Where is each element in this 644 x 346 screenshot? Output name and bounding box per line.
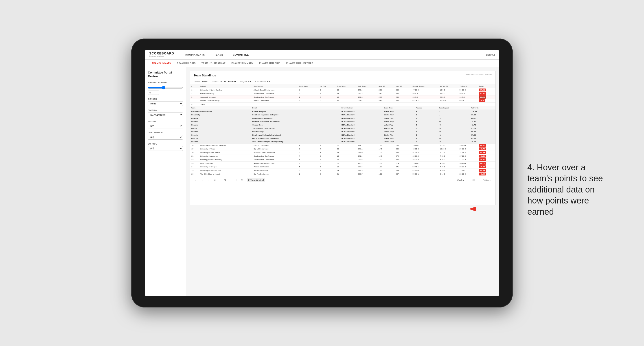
school-label: School (148, 143, 183, 145)
copy-button[interactable]: ⧉ (223, 178, 227, 182)
sidebar-header: Committee Portal Review (148, 71, 183, 78)
tablet-device: SCOREBOARD Powered by clippd TOURNAMENTS… (131, 38, 513, 308)
filter-region: Region: All (240, 80, 251, 83)
tab-player-h2h-grid[interactable]: PLAYER H2H GRID (256, 61, 283, 66)
sidebar: Committee Portal Review Minimum Rounds G… (145, 67, 186, 296)
table-row: 5 Texas T... (190, 103, 496, 106)
table-row: 20 University of New Mexico Mountain Wes… (190, 151, 496, 154)
conference-label: Conference (148, 132, 183, 134)
gender-select[interactable]: Men's Women's (148, 101, 183, 106)
points-cell[interactable]: 48.71 (479, 162, 486, 165)
report-title: Team Standings (194, 74, 216, 77)
sub-nav: TEAM SUMMARY TEAM H2H GRID TEAM H2H HEAT… (145, 60, 499, 67)
table-row: 2 Auburn University Southeastern Confere… (190, 92, 496, 95)
undo-button[interactable]: ↩ (194, 178, 198, 182)
table-row: 18 University of California, Berkeley Pa… (190, 144, 496, 147)
points-cell[interactable]: 79.5 (479, 99, 485, 102)
view-original-button[interactable]: 👁 View: Original (246, 178, 265, 182)
hover-row: Univers Williams Cup NCAA Division I Str… (190, 130, 496, 133)
points-cell[interactable]: 48.41 (479, 158, 486, 161)
nav-tournaments[interactable]: TOURNAMENTS (183, 52, 206, 57)
points-cell[interactable]: 48.54 (479, 165, 486, 168)
sign-out-button[interactable]: Sign out (486, 53, 495, 56)
school-select[interactable]: (All) (148, 146, 183, 151)
report-update: Update time: 13/03/2024 10:03:42 (465, 74, 492, 76)
min-rounds-label: Minimum Rounds (148, 82, 183, 84)
points-cell[interactable]: 48.89 (479, 169, 486, 172)
hover-row: University Southern Highlands Collegiate… (190, 113, 496, 117)
col-bnds: Bnds Wins (336, 84, 357, 88)
refresh-button[interactable]: ⟳ (213, 178, 217, 182)
col-no-tour: No Tour (319, 84, 336, 88)
app-logo-sub: Powered by clippd (149, 55, 174, 57)
min-rounds-input[interactable] (148, 91, 159, 95)
tab-player-h2h-heatmap[interactable]: PLAYER H2H HEATMAP (284, 61, 316, 66)
col-conference: Conference (252, 84, 298, 88)
watch-button[interactable]: Watch ▾ (456, 178, 466, 182)
main-content: Committee Portal Review Minimum Rounds G… (145, 67, 499, 296)
table-row: 25 University of North Florida ASUN Conf… (190, 169, 496, 172)
table-row: 24 University of Oregon Pac-12 Conferenc… (190, 165, 496, 169)
points-cell[interactable]: 48.49 (479, 155, 486, 158)
table-row: 1 University of North Carolina Atlantic … (190, 88, 496, 92)
region-select[interactable]: N/A (148, 124, 183, 128)
points-cell[interactable]: 48.94 (479, 173, 486, 175)
col-rank: # (190, 84, 199, 88)
table-row: 22 Mississippi State University Southeas… (190, 158, 496, 162)
report-filters: Gender: Men's Division: NCAA Division I … (190, 79, 496, 84)
tab-team-h2h-grid[interactable]: TEAM H2H GRID (174, 61, 198, 66)
col-adj-score: Adj. Score (357, 84, 378, 88)
table-row: 3 Vanderbilt University Southeastern Con… (190, 95, 496, 99)
time-button[interactable]: ⏱ (240, 178, 244, 182)
min-rounds-section: Minimum Rounds (148, 82, 183, 95)
zoom-out-button[interactable]: − (207, 178, 210, 182)
points-cell[interactable]: 48.70 (479, 148, 486, 150)
points-cell[interactable]: 93.31 (479, 92, 486, 95)
hover-row: Univers 2023 Sahalee Players Championshi… (190, 140, 496, 144)
share-icon: ⬡ (483, 179, 485, 181)
points-cell-highlighted[interactable]: 88.20 (479, 96, 486, 99)
points-cell[interactable]: 97.02 (479, 89, 486, 91)
conference-section: Conference (All) (148, 132, 183, 140)
nav-committee[interactable]: COMMITTEE (232, 52, 250, 57)
tab-player-summary[interactable]: PLAYER SUMMARY (229, 61, 256, 66)
table-row: 26 The Ohio State University Big Ten Con… (190, 172, 496, 176)
division-section: Division NCAA Division I (148, 109, 183, 117)
report-container: Team Standings Update time: 13/03/2024 1… (190, 71, 496, 205)
min-rounds-slider[interactable] (148, 86, 183, 89)
col-low: Low SG (394, 84, 411, 88)
feedback-button[interactable]: ⬜ (471, 178, 476, 182)
more-button[interactable]: ⋯ (230, 178, 234, 182)
annotation-arrow (464, 202, 523, 216)
gender-label: Gender (148, 98, 183, 100)
hover-row: Univers Amer Ari Intercollegiate NCAA Di… (190, 117, 496, 120)
report-header: Team Standings Update time: 13/03/2024 1… (190, 71, 496, 79)
app-logo: SCOREBOARD (149, 52, 174, 55)
hover-header: Team Event Event Division Event Type Rou… (190, 106, 496, 110)
tab-team-summary[interactable]: TEAM SUMMARY (149, 61, 174, 66)
school-section: School (All) (148, 143, 183, 151)
points-cell[interactable]: 48.49 (479, 151, 486, 154)
hover-row: Univers National Invitational Tournament… (190, 120, 496, 123)
table-row: 19 University of Texas Big 12 Conference… (190, 147, 496, 151)
hover-row: Georgia Ben Hogan Collegiate Invitationa… (190, 133, 496, 137)
hover-row: Florida I The Cypress Point Classic NCAA… (190, 127, 496, 130)
conference-select[interactable]: (All) (148, 135, 183, 140)
hover-table-header-row: Team Event Event Division Event Type Rou… (190, 106, 496, 144)
col-top25: Vs Top 25 (438, 84, 458, 88)
tab-team-h2h-heatmap[interactable]: TEAM H2H HEATMAP (199, 61, 228, 66)
points-cell[interactable]: 48.07 (479, 144, 486, 147)
hover-row: Univers Copper Cup NCAA Division I Match… (190, 123, 496, 127)
redo-button[interactable]: ↪ (200, 178, 204, 182)
division-select[interactable]: NCAA Division I (148, 113, 183, 117)
nav-teams[interactable]: TEAMS (213, 52, 225, 57)
col-overall: Overall Record (411, 84, 438, 88)
filter-conference: Conference: All (255, 80, 270, 83)
share-button[interactable]: ⬡ Share (482, 178, 492, 182)
report-area: Team Standings Update time: 13/03/2024 1… (186, 67, 499, 296)
col-avg-sg: Avg. SG (377, 84, 394, 88)
logo-area: SCOREBOARD Powered by clippd (149, 52, 174, 57)
top-nav: SCOREBOARD Powered by clippd TOURNAMENTS… (145, 50, 499, 60)
annotation: 4. Hover over a team's points to see add… (527, 162, 612, 217)
hover-row: East Ter OFCC Fighting Illini Invitation… (190, 137, 496, 140)
